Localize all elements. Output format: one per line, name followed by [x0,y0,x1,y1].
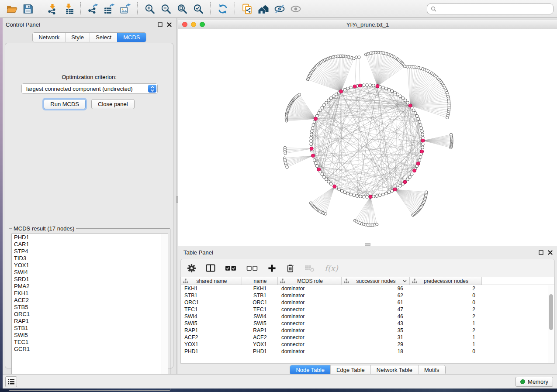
float-panel-icon[interactable] [158,22,163,27]
graph-node[interactable] [340,189,343,193]
graph-node[interactable] [310,143,313,146]
mcds-result-item[interactable]: YOX1 [12,262,168,269]
graph-node[interactable] [415,114,419,117]
show-all-nodes-edges-button[interactable] [287,1,304,16]
tab-mcds[interactable]: MCDS [117,33,145,42]
table-row[interactable]: YOX1YOX1connector291 [181,341,554,348]
graph-node[interactable] [313,120,316,124]
graph-node[interactable] [412,109,415,112]
tab-network[interactable]: Network [33,33,65,42]
graph-node[interactable] [314,162,317,165]
graph-node[interactable] [381,193,384,196]
import-table-from-file-button[interactable] [60,1,76,16]
graph-node[interactable] [310,136,313,139]
graph-leaf-node[interactable] [286,166,288,168]
graph-node[interactable] [310,140,313,143]
graph-mcds-node[interactable] [403,180,407,184]
graph-node[interactable] [356,195,359,198]
table-row[interactable]: FKH1FKH1dominator962 [181,285,554,292]
graph-node[interactable] [421,143,424,146]
optimization-criterion-dropdown[interactable]: largest connected component (undirected) [21,83,158,94]
table-row[interactable]: ORC1ORC1dominator610 [181,299,554,306]
graph-mcds-node[interactable] [376,84,379,88]
mcds-result-list[interactable]: PHD1CAR1STP4TID3YOX1SWI4SRD1PMA2FKH1ACE2… [11,234,168,389]
graph-node[interactable] [384,87,387,90]
graph-leaf-node[interactable] [358,56,360,58]
graph-node[interactable] [394,91,397,94]
mcds-result-item[interactable]: TID3 [12,255,168,262]
graph-mcds-node[interactable] [311,154,315,158]
import-network-from-file-button[interactable] [44,1,60,16]
export-table-button[interactable] [101,1,117,16]
export-network-button[interactable] [85,1,101,16]
float-panel-icon[interactable] [539,250,543,255]
graph-leaf-node[interactable] [355,56,358,58]
graph-node[interactable] [410,173,413,176]
graph-node[interactable] [421,130,424,133]
graph-leaf-node[interactable] [353,57,355,60]
mcds-result-item[interactable]: STB5 [12,304,168,311]
run-mcds-button[interactable]: Run MCDS [44,99,86,109]
graph-node[interactable] [417,117,420,120]
graph-node[interactable] [396,93,399,96]
graph-node[interactable] [414,112,417,115]
graph-leaf-node[interactable] [446,116,449,119]
graph-node[interactable] [387,88,391,91]
table-row[interactable]: PHD1PHD1dominator180 [181,348,554,355]
graph-node[interactable] [408,175,412,179]
graph-node[interactable] [359,195,362,198]
graph-leaf-node[interactable] [425,191,428,193]
close-panel-icon[interactable] [548,250,553,255]
export-image-button[interactable] [117,1,133,16]
result-list-scrollbar[interactable] [162,234,168,388]
zoom-in-button[interactable] [142,1,158,16]
graph-node[interactable] [319,109,322,112]
mcds-result-item[interactable]: ORC1 [12,311,168,318]
table-scrollbar[interactable] [548,285,554,363]
tab-style[interactable]: Style [65,33,90,42]
graph-node[interactable] [387,191,391,194]
graph-node[interactable] [404,99,407,102]
graph-node[interactable] [327,180,330,183]
graph-node[interactable] [311,130,314,133]
column-header-predecessor-nodes[interactable]: predecessor nodes [410,277,482,285]
graph-leaf-node[interactable] [403,65,406,68]
graph-node[interactable] [323,103,326,107]
graph-leaf-node[interactable] [376,223,378,226]
table-row[interactable]: SWI4SWI4dominator462 [181,313,554,320]
apply-preferred-layout-button[interactable] [214,1,231,16]
graph-mcds-node[interactable] [353,85,356,88]
table-row[interactable]: RAP1RAP1dominator352 [181,327,554,334]
graph-node[interactable] [369,84,372,87]
graph-node[interactable] [372,84,375,87]
first-neighbors-of-selected-button[interactable] [255,1,271,16]
graph-node[interactable] [311,127,314,130]
mcds-result-item[interactable]: SRD1 [12,276,168,283]
graph-mcds-node[interactable] [369,195,372,199]
column-header-successor-nodes[interactable]: successor nodes [342,277,410,285]
graph-node[interactable] [420,127,423,130]
memory-button[interactable]: Memory [515,377,553,387]
table-row[interactable]: TEC1TEC1connector472 [181,306,554,313]
column-header-shared-name[interactable]: shared name [181,277,242,285]
graph-node[interactable] [321,173,324,176]
graph-mcds-node[interactable] [358,84,362,87]
column-header-name[interactable]: name [242,277,278,285]
tab-node-table[interactable]: Node Table [290,365,330,375]
delete-columns-button[interactable] [286,261,295,275]
tab-motifs[interactable]: Motifs [418,365,445,375]
graph-node[interactable] [329,182,332,186]
graph-node[interactable] [375,195,378,198]
graph-node[interactable] [418,158,421,162]
deselect-all-button[interactable] [246,261,258,275]
graph-leaf-node[interactable] [298,93,301,96]
graph-node[interactable] [366,196,369,199]
graph-node[interactable] [346,87,349,90]
graph-node[interactable] [346,192,349,195]
graph-mcds-node[interactable] [413,169,416,172]
column-header-mcds-role[interactable]: MCDS role [278,277,342,285]
graph-mcds-node[interactable] [310,147,313,151]
graph-node[interactable] [353,194,356,197]
graph-mcds-node[interactable] [393,188,397,191]
open-file-button[interactable] [3,1,20,16]
